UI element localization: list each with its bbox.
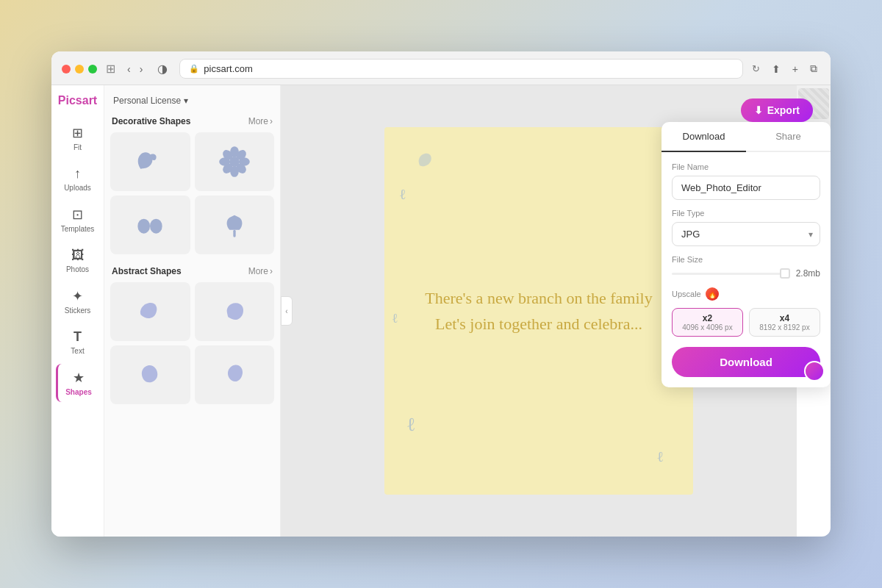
chevron-right-icon-2: › — [270, 266, 273, 276]
icon-sidebar: Picsart ⊞ Fit ↑ Uploads ⊡ Templates 🖼 Ph… — [51, 85, 104, 537]
flower-svg — [216, 143, 253, 180]
copy-tab-button[interactable]: ⧉ — [807, 61, 820, 76]
file-type-wrapper: JPG PNG PDF WEBP ▾ — [672, 222, 820, 246]
photos-icon: 🖼 — [71, 248, 85, 263]
abstract1-svg — [132, 293, 168, 330]
browser-window: ⊞ ‹ › ◑ 🔒 picsart.com ↻ ⬆ + ⧉ Picsart ⊞ … — [51, 51, 831, 537]
tab-share[interactable]: Share — [746, 122, 831, 152]
browser-actions: ⬆ + ⧉ — [769, 61, 820, 76]
back-button[interactable]: ‹ — [124, 62, 134, 76]
download-export-icon: ⬇ — [754, 104, 763, 116]
templates-icon: ⊡ — [72, 207, 83, 223]
maximize-button[interactable] — [88, 65, 97, 74]
abstract3-svg — [132, 356, 168, 393]
decorative-section-header: Decorative Shapes More › — [110, 116, 274, 126]
svg-point-10 — [150, 219, 162, 234]
abstract-title: Abstract Shapes — [112, 266, 182, 276]
file-size-row: 2.8mb — [672, 268, 820, 279]
svg-point-9 — [138, 219, 151, 234]
sidebar-label-templates: Templates — [61, 225, 95, 233]
abstract-section-header: Abstract Shapes More › — [110, 266, 274, 276]
canvas-collapse-button[interactable]: ‹ — [281, 296, 293, 326]
file-name-input[interactable] — [672, 176, 820, 200]
upscale-label: Upscale — [672, 290, 701, 298]
abstract4-svg — [216, 356, 253, 393]
forward-button[interactable]: › — [137, 62, 146, 76]
sidebar-label-stickers: Stickers — [65, 306, 91, 315]
uploads-icon: ↑ — [74, 166, 81, 182]
chevron-down-icon: ▾ — [184, 96, 188, 106]
sidebar-toggle-button[interactable]: ⊞ — [106, 62, 115, 76]
canvas-content: ℓ ℓ ℓ ℓ ℓ ℓ There's a new branch on the … — [384, 127, 693, 495]
close-button[interactable] — [62, 65, 71, 74]
sidebar-item-templates[interactable]: ⊡ Templates — [56, 201, 100, 239]
file-name-label: File Name — [672, 162, 820, 171]
sidebar-label-shapes: Shapes — [65, 388, 92, 396]
upscale-x4[interactable]: x4 8192 x 8192 px — [749, 308, 820, 337]
app-logo: Picsart — [52, 94, 103, 107]
browser-chrome: ⊞ ‹ › ◑ 🔒 picsart.com ↻ ⬆ + ⧉ — [51, 51, 831, 85]
abstract-more-button[interactable]: More › — [248, 266, 273, 276]
shape-blob1[interactable] — [110, 196, 190, 254]
text-icon: T — [74, 329, 82, 345]
decorative-shapes-grid — [110, 132, 274, 254]
shape-abstract4[interactable] — [195, 345, 275, 404]
sidebar-label-fit: Fit — [74, 143, 82, 151]
download-button[interactable]: Download — [672, 347, 820, 377]
abstract-shapes-grid — [110, 282, 274, 404]
shape-flower[interactable] — [195, 132, 275, 191]
upscale-pro-icon: 🔥 — [706, 287, 719, 301]
tab-download[interactable]: Download — [662, 122, 746, 152]
new-tab-button[interactable]: + — [789, 62, 801, 76]
file-size-slider[interactable] — [672, 273, 790, 275]
refresh-icon[interactable]: ↻ — [752, 63, 760, 74]
upscale-row: Upscale 🔥 — [672, 287, 820, 301]
file-size-value: 2.8mb — [796, 268, 820, 279]
address-bar[interactable]: 🔒 picsart.com — [179, 59, 742, 79]
decorative-title: Decorative Shapes — [112, 116, 190, 126]
shape-tulip[interactable] — [195, 196, 275, 254]
bird-svg — [132, 143, 168, 180]
abstract2-svg — [216, 293, 253, 330]
export-button[interactable]: ⬇ Export — [741, 98, 813, 122]
panel-body: File Name File Type JPG PNG PDF WEBP — [662, 152, 831, 387]
traffic-lights — [62, 65, 97, 74]
nav-buttons: ‹ › — [124, 62, 146, 76]
download-panel: Download Share File Name File Type — [662, 122, 831, 387]
fit-icon: ⊞ — [72, 125, 83, 141]
theme-toggle-button[interactable]: ◑ — [154, 60, 171, 77]
file-size-label: File Size — [672, 255, 820, 264]
sidebar-item-fit[interactable]: ⊞ Fit — [56, 119, 100, 157]
lock-icon: 🔒 — [189, 64, 199, 74]
license-selector[interactable]: Personal License ▾ — [113, 96, 188, 106]
sidebar-label-uploads: Uploads — [64, 184, 91, 192]
sidebar-item-photos[interactable]: 🖼 Photos — [56, 242, 100, 279]
chevron-right-icon: › — [270, 116, 273, 126]
shape-bird[interactable] — [110, 132, 190, 191]
minimize-button[interactable] — [75, 65, 84, 74]
blob-svg — [132, 207, 168, 243]
sidebar-item-uploads[interactable]: ↑ Uploads — [56, 160, 100, 198]
panel-header: Personal License ▾ — [110, 91, 274, 110]
decorative-more-button[interactable]: More › — [248, 116, 273, 126]
sidebar-item-text[interactable]: T Text — [56, 323, 100, 361]
upscale-options: x2 4096 x 4096 px x4 8192 x 8192 px — [672, 308, 820, 337]
sidebar-item-shapes[interactable]: ★ Shapes — [56, 364, 100, 402]
url-text: picsart.com — [204, 63, 252, 74]
canvas-deco-shape — [414, 149, 436, 171]
canvas-text: There's a new branch on the family Let's… — [410, 270, 667, 351]
sidebar-label-photos: Photos — [66, 265, 89, 273]
download-cursor-indicator — [804, 361, 825, 381]
app-layout: Picsart ⊞ Fit ↑ Uploads ⊡ Templates 🖼 Ph… — [51, 85, 831, 537]
shape-abstract2[interactable] — [195, 282, 275, 341]
panel-tabs: Download Share — [662, 122, 831, 152]
shape-abstract3[interactable] — [110, 345, 190, 404]
share-browser-button[interactable]: ⬆ — [769, 62, 784, 76]
upscale-x2[interactable]: x2 4096 x 4096 px — [672, 308, 743, 337]
svg-rect-11 — [233, 230, 235, 237]
file-type-select[interactable]: JPG PNG PDF WEBP — [672, 222, 820, 246]
sidebar-item-stickers[interactable]: ✦ Stickers — [56, 282, 100, 320]
shape-abstract1[interactable] — [110, 282, 190, 341]
sidebar-label-text: Text — [71, 347, 84, 355]
stickers-icon: ✦ — [72, 288, 83, 304]
